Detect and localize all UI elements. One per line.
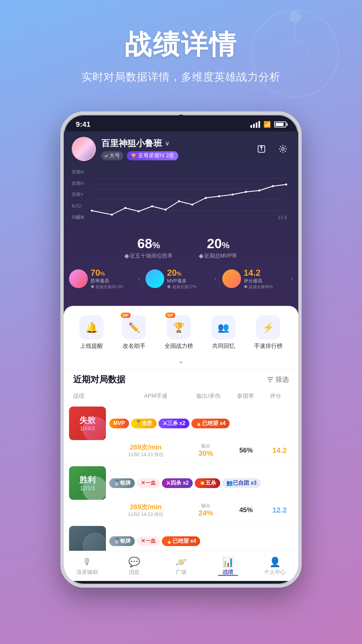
avatar[interactable] bbox=[72, 137, 96, 161]
match-apm-1: 269次/min 11/02 14:23 排位 bbox=[109, 443, 182, 458]
match-data-1: 269次/min 11/02 14:23 排位 输出 30% 56% 14.2 bbox=[69, 443, 293, 458]
stat-winrate: 68% 近五十场排位胜率 bbox=[125, 236, 173, 260]
chart-svg bbox=[88, 168, 290, 221]
feature-speed[interactable]: ⚡ 手速排行榜 bbox=[254, 315, 283, 350]
nav-plaza[interactable]: 🪐 广场 bbox=[158, 556, 204, 576]
svg-point-21 bbox=[232, 194, 234, 196]
match-apm-2: 269次/min 11/02 14:23 排位 bbox=[109, 502, 182, 518]
hero-mvp-value: 20% bbox=[167, 268, 196, 278]
hero-stat-mvp[interactable]: 20% MVP最多 ◆ 超越全服72% › bbox=[145, 268, 216, 290]
feature-memory-label: 共同回忆 bbox=[212, 342, 235, 350]
speed-icon-wrap: ⚡ bbox=[256, 315, 280, 339]
chart-y-label-1: 星耀III bbox=[72, 169, 84, 175]
nav-message[interactable]: 💬 消息 bbox=[111, 556, 158, 576]
features-row: 🔔 上线提醒 VIP ✏️ 改名助手 VIP bbox=[64, 306, 298, 355]
match-teamrate-2: 45% bbox=[229, 506, 263, 514]
tag-desperate-3: 🔥已绝望 x4 bbox=[162, 536, 200, 546]
filter-icon bbox=[267, 376, 274, 383]
hero-winrate-label: 胜率最高 bbox=[90, 278, 123, 284]
svg-point-19 bbox=[205, 197, 207, 199]
status-icons: 📶 bbox=[250, 121, 286, 128]
tag-silver-3: 🥈银牌 bbox=[109, 536, 135, 546]
nav-battle[interactable]: 📊 战绩 bbox=[204, 556, 251, 576]
hero-stat-info-2: 20% MVP最多 ◆ 超越全服72% bbox=[167, 268, 196, 290]
share-button[interactable] bbox=[254, 142, 269, 156]
dropdown-arrow-icon[interactable]: ∨ bbox=[165, 140, 169, 147]
hero-winrate-value: 70% bbox=[90, 268, 123, 278]
col-header-battle: 战绩 bbox=[73, 392, 123, 400]
match-data-2: 269次/min 11/02 14:23 排位 输出 24% 45% 12.2 bbox=[69, 502, 293, 518]
col-header-apm: APM手速 bbox=[123, 392, 188, 400]
nav-active-indicator bbox=[218, 575, 238, 576]
svg-point-25 bbox=[285, 183, 287, 185]
hero-avatar-2 bbox=[145, 269, 164, 288]
status-time: 9:41 bbox=[76, 120, 90, 129]
stat-winrate-label: 近五十场排位胜率 bbox=[125, 253, 173, 260]
profile-badges: ⇄ 大号 🏆 至尊星耀IV 2星 bbox=[101, 151, 178, 160]
nav-voice[interactable]: 🎙 语音辅助 bbox=[64, 556, 111, 576]
account-badge: ⇄ 大号 bbox=[101, 151, 123, 160]
tag-death-2: ✕一血 bbox=[137, 478, 160, 488]
feature-ranking-label: 全国战力榜 bbox=[165, 342, 193, 350]
tag-silver-2: 🥈银牌 bbox=[109, 478, 135, 488]
wifi-icon: 📶 bbox=[263, 121, 271, 128]
feature-notification[interactable]: 🔔 上线提醒 bbox=[79, 315, 104, 350]
phone-frame: 9:41 📶 bbox=[60, 111, 302, 588]
match-row-2[interactable]: 胜利 12/1/3 🥈银牌 ✕一血 ⚔四杀 x2 💥五杀 👥已自团 x3 bbox=[64, 462, 298, 522]
tag-triple-1: ⚔三杀 x2 bbox=[159, 419, 189, 428]
feature-rename[interactable]: VIP ✏️ 改名助手 bbox=[122, 315, 146, 350]
hero-score-value: 14.2 bbox=[244, 268, 273, 278]
stat-mvp: 20% 近期总MVP率 bbox=[199, 236, 237, 260]
match-output-1: 输出 30% bbox=[186, 443, 226, 458]
svg-point-6 bbox=[282, 148, 284, 150]
tag-mvp-1: MVP bbox=[109, 419, 129, 428]
output-label-2: 输出 bbox=[186, 503, 226, 509]
nav-message-label: 消息 bbox=[129, 569, 139, 576]
svg-point-23 bbox=[258, 190, 260, 192]
bg-decoration bbox=[248, 7, 342, 101]
hero-stat-info-1: 70% 胜率最高 ◆ 超越全服93.3% bbox=[90, 268, 123, 290]
page-subtitle: 实时对局数据详情，多维度英雄战力分析 bbox=[0, 70, 362, 85]
profile-name: 百里神狙小鲁班 ∨ bbox=[101, 138, 178, 149]
svg-point-16 bbox=[165, 209, 167, 211]
match-row-1[interactable]: 失败 10/4/3 MVP 🥇全胜 ⚔三杀 x2 🔥已绝望 x4 bbox=[64, 402, 298, 462]
col-header-output: 输出/承伤 bbox=[188, 392, 229, 400]
feature-memory[interactable]: 👥 共同回忆 bbox=[212, 315, 236, 350]
nav-profile-icon: 👤 bbox=[269, 556, 281, 568]
filter-button[interactable]: 筛选 bbox=[267, 375, 289, 384]
nav-profile[interactable]: 👤 个人中心 bbox=[251, 556, 298, 576]
tag-penta-2: 💥五杀 bbox=[195, 478, 220, 488]
vip-badge-2: VIP bbox=[165, 313, 175, 318]
svg-point-3 bbox=[282, 40, 308, 67]
match-tags-3: 🥈银牌 ✕一血 🔥已绝望 x4 bbox=[109, 536, 293, 546]
expand-button[interactable]: ⌄ bbox=[64, 355, 298, 369]
nav-voice-label: 语音辅助 bbox=[76, 569, 98, 576]
profile-left: 百里神狙小鲁班 ∨ ⇄ 大号 🏆 至尊星耀IV 2星 bbox=[72, 137, 178, 161]
profile-header: 百里神狙小鲁班 ∨ ⇄ 大号 🏆 至尊星耀IV 2星 bbox=[64, 131, 298, 165]
x-label-start: 10.6 bbox=[75, 215, 84, 220]
hero-stat-winrate[interactable]: 70% 胜率最高 ◆ 超越全服93.3% › bbox=[69, 268, 140, 290]
svg-point-18 bbox=[191, 204, 193, 206]
hero-winrate-sub: ◆ 超越全服93.3% bbox=[90, 284, 123, 290]
stat-winrate-value: 68% bbox=[125, 236, 173, 251]
vip-badge: VIP bbox=[121, 313, 131, 318]
phone-wrapper: 9:41 📶 bbox=[0, 105, 362, 588]
hero-stat-info-3: 14.2 评分最高 ◆ 超越全服98% bbox=[244, 268, 273, 290]
settings-button[interactable] bbox=[276, 142, 290, 156]
hero-stat-score[interactable]: 14.2 评分最高 ◆ 超越全服98% › bbox=[222, 268, 293, 290]
nav-profile-label: 个人中心 bbox=[264, 569, 286, 576]
hero-avatar-3 bbox=[222, 269, 241, 288]
trophy-icon: 🏆 bbox=[173, 322, 185, 333]
col-header-score: 评分 bbox=[262, 392, 289, 400]
chart-y-label-4: 钻石I bbox=[72, 203, 84, 209]
nav-plaza-label: 广场 bbox=[176, 569, 186, 576]
feature-ranking[interactable]: VIP 🏆 全国战力榜 bbox=[165, 315, 193, 350]
apm-sub-2: 11/02 14:23 排位 bbox=[109, 512, 182, 518]
svg-point-13 bbox=[124, 207, 126, 209]
section-header: 近期对局数据 筛选 bbox=[64, 369, 298, 389]
rank-badge: 🏆 至尊星耀IV 2星 bbox=[127, 151, 178, 160]
divider-1 bbox=[142, 269, 143, 288]
hero-score-label: 评分最高 bbox=[244, 278, 273, 284]
stat-mvp-value: 20% bbox=[199, 236, 237, 251]
bottom-panel: 🔔 上线提醒 VIP ✏️ 改名助手 VIP bbox=[64, 306, 298, 581]
